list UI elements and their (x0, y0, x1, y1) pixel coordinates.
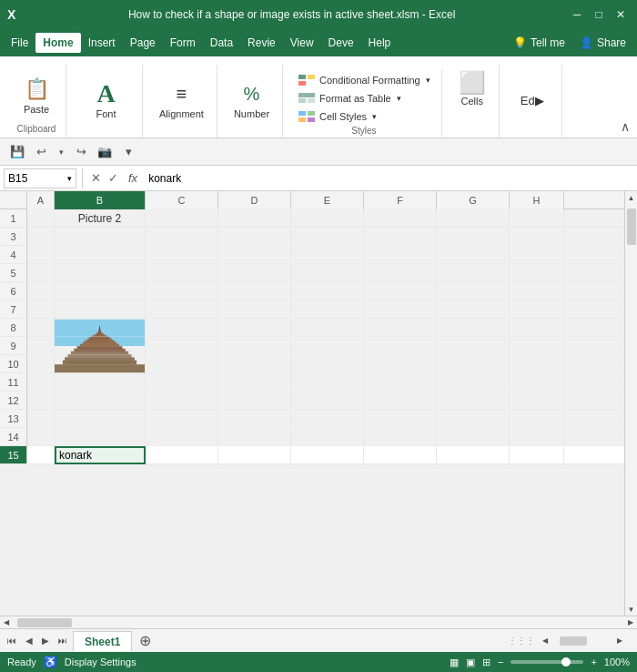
cell-d15[interactable] (218, 446, 291, 464)
cell-g1[interactable] (437, 209, 510, 228)
row-header-10[interactable]: 10 (0, 355, 27, 373)
view-page-button[interactable]: ▣ (466, 657, 475, 668)
sheet-nav-first[interactable]: ⏮ (4, 634, 20, 647)
scroll-thumb-h[interactable] (17, 618, 72, 627)
menu-data[interactable]: Data (203, 33, 240, 53)
cell-d1[interactable] (218, 209, 291, 228)
menu-review[interactable]: Revie (240, 33, 283, 53)
zoom-out-button[interactable]: − (498, 657, 503, 667)
format-as-table-button[interactable]: Format as Table ▾ (294, 89, 434, 107)
row-header-8[interactable]: 8 (0, 319, 27, 337)
alignment-button[interactable]: ≡ Alignment (154, 76, 209, 123)
corner-cell[interactable] (0, 191, 27, 209)
row-header-5[interactable]: 5 (0, 264, 27, 282)
col-header-b[interactable]: B (55, 191, 146, 209)
cell-h1[interactable] (510, 209, 564, 228)
sheet-nav-last[interactable]: ⏭ (55, 634, 71, 647)
row-header-14[interactable]: 14 (0, 428, 27, 446)
menu-insert[interactable]: Insert (81, 33, 123, 53)
menu-page[interactable]: Page (123, 33, 163, 53)
paste-button[interactable]: 📋 Paste (15, 71, 58, 118)
cell-reference-box[interactable]: B15 ▾ (4, 168, 76, 188)
close-button[interactable]: ✕ (612, 5, 630, 24)
zoom-in-button[interactable]: + (591, 657, 596, 667)
row-header-9[interactable]: 9 (0, 337, 27, 355)
row-header-3[interactable]: 3 (0, 228, 27, 246)
row-header-11[interactable]: 11 (0, 373, 27, 392)
menu-form[interactable]: Form (163, 33, 203, 53)
cell-e1[interactable] (291, 209, 364, 228)
form-control-button[interactable]: 📷 (95, 142, 115, 162)
menu-file[interactable]: File (4, 33, 35, 53)
sheet-nav-next[interactable]: ▶ (38, 634, 53, 647)
menu-home[interactable]: Home (35, 33, 80, 53)
scroll-track-v[interactable] (625, 204, 638, 603)
undo-dropdown-button[interactable]: ▾ (55, 142, 67, 162)
sheet-nav-prev[interactable]: ◀ (22, 634, 36, 647)
minimize-button[interactable]: ─ (568, 5, 586, 24)
menu-developer[interactable]: Deve (321, 33, 361, 53)
cell-g15[interactable] (437, 446, 510, 464)
hscroll-right-tab[interactable]: ▶ (613, 635, 626, 647)
cell-e15[interactable] (291, 446, 364, 464)
menu-help[interactable]: Help (361, 33, 399, 53)
hscroll-left-tab[interactable]: ◀ (539, 635, 551, 647)
col-header-h[interactable]: H (510, 191, 564, 209)
font-button[interactable]: A Font (85, 76, 128, 123)
scroll-track-h[interactable] (13, 616, 624, 629)
row-header-1[interactable]: 1 (0, 209, 27, 227)
formula-cancel-button[interactable]: ✕ (88, 171, 104, 185)
cells-button[interactable]: ⬜ Cells (453, 66, 491, 110)
ribbon-collapse-button[interactable]: ∧ (621, 119, 630, 134)
editing-button[interactable]: Ed▶ (511, 90, 554, 111)
number-button[interactable]: % Number (228, 76, 275, 123)
cell-c15[interactable] (146, 446, 218, 464)
row-header-13[interactable]: 13 (0, 410, 27, 428)
formula-input[interactable] (145, 168, 633, 188)
col-header-c[interactable]: C (146, 191, 218, 209)
maximize-button[interactable]: □ (590, 5, 608, 24)
row-header-15[interactable]: 15 (0, 446, 27, 463)
col-header-f[interactable]: F (364, 191, 437, 209)
formula-confirm-button[interactable]: ✓ (106, 171, 121, 185)
cell-styles-button[interactable]: Cell Styles ▾ (294, 107, 434, 126)
row-header-6[interactable]: 6 (0, 282, 27, 300)
scroll-up-button[interactable]: ▲ (625, 191, 638, 204)
vertical-scrollbar[interactable]: ▲ ▼ (624, 191, 637, 616)
redo-button[interactable]: ↪ (71, 142, 91, 162)
cell-a15[interactable] (27, 446, 55, 464)
search-button[interactable]: 💡 Tell me (506, 33, 572, 53)
scroll-down-button[interactable]: ▼ (625, 603, 638, 616)
view-normal-button[interactable]: ▦ (450, 657, 459, 668)
menu-view[interactable]: View (283, 33, 321, 53)
cell-b1[interactable]: Picture 2 (55, 209, 146, 228)
cell-a1[interactable] (27, 209, 55, 228)
cell-c1[interactable] (146, 209, 218, 228)
col-header-e[interactable]: E (291, 191, 364, 209)
cell-b15[interactable]: konark (55, 446, 146, 464)
scroll-left-button[interactable]: ◀ (0, 616, 13, 629)
tab-scroll-thumb[interactable] (560, 636, 587, 646)
row-header-12[interactable]: 12 (0, 392, 27, 410)
zoom-slider[interactable] (511, 660, 583, 664)
row-header-4[interactable]: 4 (0, 246, 27, 264)
display-settings-button[interactable]: Display Settings (65, 657, 136, 667)
cell-f15[interactable] (364, 446, 437, 464)
view-custom-button[interactable]: ⊞ (482, 657, 490, 668)
scroll-right-button[interactable]: ▶ (624, 616, 637, 629)
col-header-d[interactable]: D (218, 191, 291, 209)
customize-qa-button[interactable]: ▾ (118, 142, 138, 162)
cell-h15[interactable] (510, 446, 564, 464)
sheet-tab-sheet1[interactable]: Sheet1 (73, 631, 132, 651)
zoom-thumb[interactable] (561, 657, 571, 667)
col-header-g[interactable]: G (437, 191, 510, 209)
share-button[interactable]: 👤 Share (572, 33, 633, 53)
col-header-a[interactable]: A (27, 191, 55, 209)
add-sheet-button[interactable]: ⊕ (134, 632, 157, 649)
row-header-7[interactable]: 7 (0, 300, 27, 319)
scroll-thumb-v[interactable] (627, 209, 636, 245)
undo-button[interactable]: ↩ (31, 142, 51, 162)
save-qa-button[interactable]: 💾 (7, 142, 27, 162)
conditional-formatting-button[interactable]: Conditional Formatting ▾ (294, 71, 434, 89)
tab-scroll-track[interactable] (555, 635, 610, 647)
